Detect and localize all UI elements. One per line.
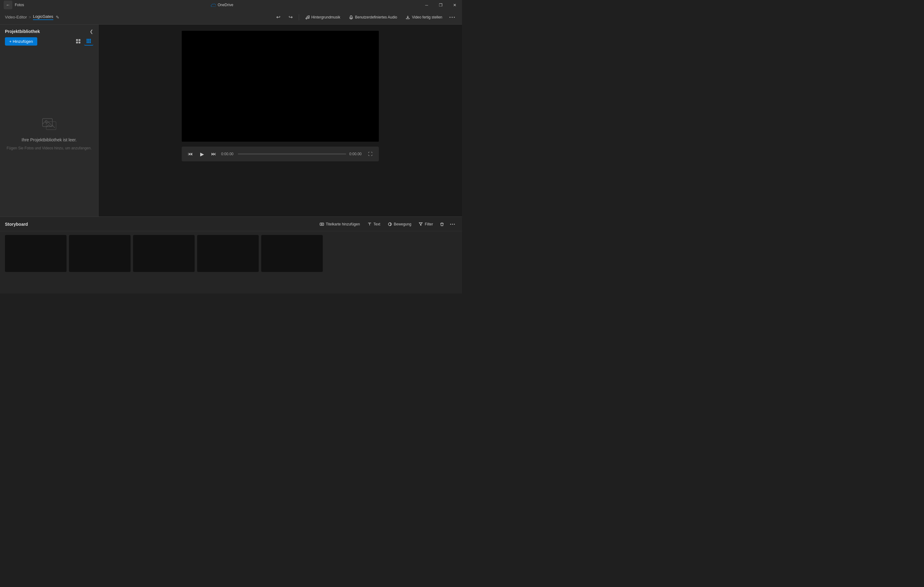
toolbar-more-button[interactable]: [447, 12, 457, 22]
storyboard-actions: Titelkarte hinzufügen Text Bewegung: [317, 220, 457, 229]
breadcrumb: Video-Editor > LogicGates: [5, 14, 53, 20]
export-icon: [406, 15, 410, 20]
svg-point-28: [452, 224, 453, 225]
svg-rect-14: [87, 40, 88, 41]
svg-rect-17: [87, 42, 88, 43]
panel-header: Projektbibliothek ❮: [0, 25, 98, 37]
bewegung-icon: [388, 222, 392, 226]
restore-button[interactable]: ❐: [434, 0, 448, 10]
minimize-button[interactable]: ─: [419, 0, 434, 10]
clip-item[interactable]: [133, 235, 195, 272]
more-dots-icon: [450, 224, 455, 225]
fullscreen-button[interactable]: ⛶: [366, 150, 375, 158]
progress-bar[interactable]: [238, 153, 346, 155]
audio-icon: [349, 15, 353, 20]
video-preview: [182, 31, 379, 142]
bewegung-button[interactable]: Bewegung: [385, 221, 414, 228]
filter-label: Filter: [425, 222, 433, 226]
undo-button[interactable]: ↩: [273, 12, 284, 22]
storyboard-clips: [0, 231, 462, 294]
bewegung-label: Bewegung: [394, 222, 411, 226]
empty-library-icon: [41, 115, 58, 134]
delete-clip-button[interactable]: [437, 220, 447, 229]
close-button[interactable]: ✕: [448, 0, 462, 10]
add-title-card-button[interactable]: Titelkarte hinzufügen: [317, 221, 363, 228]
svg-rect-10: [79, 41, 80, 43]
panel-collapse-button[interactable]: ❮: [90, 29, 93, 34]
svg-rect-11: [87, 39, 88, 40]
play-button[interactable]: ▶: [198, 150, 206, 158]
breadcrumb-separator: >: [29, 15, 31, 20]
grid-small-view-button[interactable]: [84, 37, 93, 46]
skip-forward-button[interactable]: ⏭: [210, 150, 218, 158]
empty-state: Ihre Projektbibliothek ist leer. Fügen S…: [0, 49, 98, 216]
app-name: Fotos: [15, 3, 24, 7]
svg-rect-2: [350, 16, 352, 18]
video-fertig-button[interactable]: Video fertig stellen: [402, 13, 446, 21]
svg-rect-7: [76, 39, 78, 41]
titlebar-left: ← Fotos: [4, 1, 24, 9]
skip-back-button[interactable]: ⏮: [186, 150, 195, 158]
time-total: 0:00.00: [349, 152, 363, 156]
toolbar-left: Video-Editor > LogicGates ✎: [5, 14, 59, 20]
left-panel: Projektbibliothek ❮ + Hinzufügen: [0, 25, 99, 216]
svg-rect-13: [90, 39, 91, 40]
svg-point-4: [450, 16, 450, 18]
redo-button[interactable]: ↪: [285, 12, 296, 22]
svg-rect-9: [76, 41, 78, 43]
svg-rect-15: [88, 40, 89, 41]
add-button[interactable]: + Hinzufügen: [5, 37, 37, 46]
preview-area: ⏮ ▶ ⏭ 0:00.00 0:00.00 ⛶: [99, 25, 462, 216]
svg-point-6: [454, 16, 455, 18]
title-card-icon: [320, 222, 324, 226]
hintergrundmusik-button[interactable]: Hintergrundmusik: [302, 13, 344, 21]
time-current: 0:00.00: [221, 152, 235, 156]
storyboard-more-button[interactable]: [448, 220, 457, 229]
onedrive-label: OneDrive: [218, 3, 233, 7]
grid-large-icon: [76, 39, 81, 44]
panel-title: Projektbibliothek: [5, 29, 40, 34]
svg-point-29: [454, 224, 455, 225]
svg-rect-19: [90, 42, 91, 43]
breadcrumb-current: LogicGates: [33, 14, 53, 20]
svg-rect-12: [88, 39, 89, 40]
storyboard-title: Storyboard: [5, 222, 28, 227]
video-fertig-label: Video fertig stellen: [412, 15, 442, 20]
add-title-card-label: Titelkarte hinzufügen: [326, 222, 360, 226]
text-icon: [368, 222, 372, 226]
filter-icon: [419, 222, 423, 226]
main-layout: Projektbibliothek ❮ + Hinzufügen: [0, 25, 462, 216]
svg-point-27: [450, 224, 451, 225]
clip-item[interactable]: [197, 235, 259, 272]
text-button[interactable]: Text: [365, 221, 383, 228]
clip-item[interactable]: [69, 235, 130, 272]
empty-title: Ihre Projektbibliothek ist leer.: [21, 137, 77, 142]
hintergrundmusik-label: Hintergrundmusik: [311, 15, 340, 20]
collapse-icon: ❮: [90, 29, 93, 34]
filter-button[interactable]: Filter: [416, 221, 436, 228]
grid-small-icon: [86, 38, 91, 43]
svg-rect-18: [88, 42, 89, 43]
back-button[interactable]: ←: [4, 1, 12, 9]
svg-rect-16: [90, 40, 91, 41]
window-controls: ─ ❐ ✕: [419, 0, 462, 10]
empty-subtitle: Fügen Sie Fotos und Videos hinzu, um anz…: [7, 146, 92, 150]
toolbar: Video-Editor > LogicGates ✎ ↩ ↪ Hintergr…: [0, 10, 462, 25]
more-icon: [449, 16, 455, 18]
clip-item[interactable]: [5, 235, 66, 272]
clip-item[interactable]: [261, 235, 323, 272]
view-toggle: [74, 37, 93, 46]
delete-icon: [440, 222, 444, 226]
benutzerdefiniertes-label: Benutzerdefiniertes Audio: [355, 15, 397, 20]
toolbar-center: ↩ ↪ Hintergrundmusik Benutzerdefiniertes…: [273, 12, 457, 22]
grid-large-view-button[interactable]: [74, 37, 83, 46]
text-label: Text: [374, 222, 380, 226]
playback-controls: ⏮ ▶ ⏭ 0:00.00 0:00.00 ⛶: [182, 147, 379, 162]
storyboard-header: Storyboard Titelkarte hinzufügen Text: [0, 217, 462, 231]
breadcrumb-parent[interactable]: Video-Editor: [5, 15, 27, 20]
benutzerdefiniertes-audio-button[interactable]: Benutzerdefiniertes Audio: [345, 13, 401, 21]
edit-icon[interactable]: ✎: [56, 15, 59, 20]
onedrive-icon: [210, 3, 216, 7]
music-icon: [305, 15, 310, 20]
svg-point-26: [388, 223, 391, 226]
